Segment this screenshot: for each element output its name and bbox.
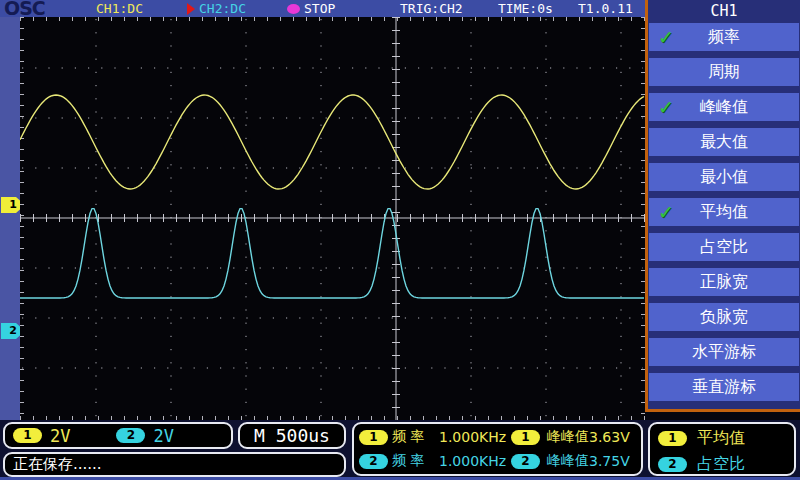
menu-item-3[interactable]: 最大值 <box>649 128 799 156</box>
bottom-readout-bar: 1 2V 2 2V M 500us 1频 率1.000KHz1峰峰值3.63V2… <box>0 420 800 480</box>
timebase-panel[interactable]: M 500us <box>238 422 346 449</box>
measure-menu-sidebar: CH1 ✓频率周期✓峰峰值最大值最小值✓平均值占空比正脉宽负脉宽水平游标垂直游标 <box>645 0 800 412</box>
menu-item-7[interactable]: 正脉宽 <box>649 268 799 296</box>
ch1-scale-value[interactable]: 2V <box>50 426 70 446</box>
ch1-badge: 1 <box>13 428 42 443</box>
vpp-label: 峰峰值 <box>547 428 589 446</box>
menu-item-label: 最小值 <box>700 167 748 186</box>
trigger-source-label: TRIG:CH2 <box>400 1 463 16</box>
menu-item-6[interactable]: 占空比 <box>649 233 799 261</box>
channel-badge: 1 <box>658 431 687 446</box>
menu-item-label: 负脉宽 <box>700 307 748 326</box>
menu-item-label: 最大值 <box>700 132 748 151</box>
menu-item-2[interactable]: ✓峰峰值 <box>649 93 799 121</box>
pending-label: 平均值 <box>697 428 745 449</box>
ch2-coupling-label[interactable]: CH2:DC <box>199 1 246 16</box>
menu-item-label: 垂直游标 <box>692 377 756 396</box>
check-icon: ✓ <box>658 93 674 121</box>
ch2-pulse-trace <box>20 209 644 298</box>
menu-item-8[interactable]: 负脉宽 <box>649 303 799 331</box>
run-state-label[interactable]: STOP <box>304 1 335 16</box>
ch1-coupling-label[interactable]: CH1:DC <box>96 1 143 16</box>
channel-badge: 1 <box>359 430 388 445</box>
run-state-icon <box>287 4 300 14</box>
top-status-bar: OSC CH1:DC CH2:DC STOP TRIG:CH2 TIME:0s … <box>0 0 648 17</box>
channel-badge: 2 <box>511 454 540 469</box>
trigger-time-label: TIME:0s <box>498 1 553 16</box>
menu-item-label: 频率 <box>708 27 740 46</box>
freq-label: 频 率 <box>392 452 439 470</box>
vpp-value: 3.75V <box>589 453 630 469</box>
channel-badge: 2 <box>359 454 388 469</box>
ch2-scale-value[interactable]: 2V <box>153 426 173 446</box>
trigger-arrow-icon <box>187 3 195 15</box>
freq-value: 1.000KHz <box>439 453 511 469</box>
check-icon: ✓ <box>658 198 674 226</box>
menu-item-4[interactable]: 最小值 <box>649 163 799 191</box>
menu-item-label: 平均值 <box>700 202 748 221</box>
menu-item-9[interactable]: 水平游标 <box>649 338 799 366</box>
menu-item-5[interactable]: ✓平均值 <box>649 198 799 226</box>
menu-item-label: 峰峰值 <box>700 97 748 116</box>
oscilloscope-screen: OSC CH1:DC CH2:DC STOP TRIG:CH2 TIME:0s … <box>0 0 800 480</box>
status-message: 正在保存...... <box>3 452 346 477</box>
menu-item-0[interactable]: ✓频率 <box>649 23 799 51</box>
vpp-label: 峰峰值 <box>547 452 589 470</box>
vpp-value: 3.63V <box>589 429 630 445</box>
channel-badge: 1 <box>511 430 540 445</box>
pending-label: 占空比 <box>697 454 745 475</box>
pending-row: 1平均值 <box>650 426 794 450</box>
menu-title: CH1 <box>648 0 800 23</box>
menu-item-label: 占空比 <box>700 237 748 256</box>
measurements-panel: 1频 率1.000KHz1峰峰值3.63V2频 率1.000KHz2峰峰值3.7… <box>352 422 643 476</box>
pending-row: 2占空比 <box>650 452 794 476</box>
measurement-row: 2频 率1.000KHz2峰峰值3.75V <box>354 449 641 473</box>
ch1-sine-trace <box>20 95 644 189</box>
check-icon: ✓ <box>658 23 674 51</box>
left-margin: 1 2 <box>0 17 20 420</box>
menu-item-1[interactable]: 周期 <box>649 58 799 86</box>
measurement-row: 1频 率1.000KHz1峰峰值3.63V <box>354 425 641 449</box>
firmware-version-label: T1.0.11 <box>578 1 633 16</box>
scope-grid-svg <box>20 17 645 420</box>
menu-item-label: 周期 <box>708 62 740 81</box>
freq-label: 频 率 <box>392 428 439 446</box>
menu-item-label: 正脉宽 <box>700 272 748 291</box>
menu-item-10[interactable]: 垂直游标 <box>649 373 799 401</box>
ch2-badge: 2 <box>116 428 145 443</box>
menu-item-label: 水平游标 <box>692 342 756 361</box>
pending-measurements-panel: 1平均值2占空比 <box>648 422 796 476</box>
channel-badge: 2 <box>658 457 687 472</box>
waveform-display[interactable] <box>20 17 645 420</box>
channel-scale-panel: 1 2V 2 2V <box>3 422 233 449</box>
menu-items: ✓频率周期✓峰峰值最大值最小值✓平均值占空比正脉宽负脉宽水平游标垂直游标 <box>648 23 800 401</box>
freq-value: 1.000KHz <box>439 429 511 445</box>
